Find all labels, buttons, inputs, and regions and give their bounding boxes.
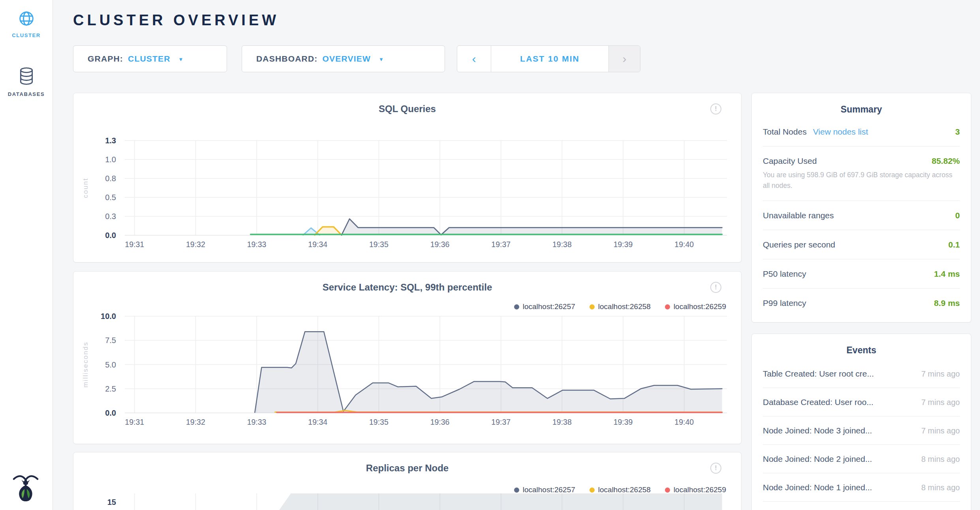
info-icon[interactable]: ! bbox=[710, 282, 721, 293]
x-axis-tick-label: 19:31 bbox=[125, 240, 144, 249]
legend-label: localhost:26259 bbox=[674, 302, 726, 311]
legend-dot-icon bbox=[514, 304, 519, 309]
event-time: 8 mins ago bbox=[921, 483, 960, 492]
chart-legend: localhost:26257localhost:26258localhost:… bbox=[514, 302, 726, 311]
y-axis-tick-label: 0.5 bbox=[105, 193, 116, 202]
dashboard-dropdown[interactable]: DASHBOARD: OVERVIEW ▼ bbox=[242, 45, 445, 72]
events-panel: Events Table Created: User root cre... 7… bbox=[751, 334, 971, 510]
y-axis-tick-label: 7.5 bbox=[105, 336, 116, 345]
summary-row-label: P50 latency bbox=[763, 269, 806, 279]
y-axis-tick-label: 1.0 bbox=[105, 155, 116, 164]
replicas-per-node-panel: 19:3119:3219:3319:3419:3519:3619:3719:38… bbox=[73, 452, 742, 510]
y-axis-unit-label: milliseconds bbox=[82, 341, 89, 388]
globe-icon bbox=[18, 21, 35, 28]
chart-legend: localhost:26257localhost:26258localhost:… bbox=[514, 486, 726, 494]
cluster-overview-page: { "colors": { "accent_blue": "#3aa8ef", … bbox=[0, 0, 980, 510]
event-time: 8 mins ago bbox=[921, 455, 960, 464]
y-axis-tick-label: 5.0 bbox=[105, 360, 116, 369]
info-icon[interactable]: ! bbox=[710, 463, 721, 474]
event-row[interactable]: Node Joined: Node 3 joined... 7 mins ago bbox=[763, 416, 960, 445]
sql-queries-panel: 19:3119:3219:3319:3419:3519:3619:3719:38… bbox=[73, 93, 742, 262]
summary-row-total-nodes: Total Nodes View nodes list 3 bbox=[763, 117, 960, 146]
summary-row-value: 3 bbox=[955, 127, 960, 137]
summary-row-value: 85.82% bbox=[932, 156, 960, 166]
legend-dot-icon bbox=[665, 304, 670, 309]
summary-panel: Summary Total Nodes View nodes list 3 Ca… bbox=[751, 93, 971, 322]
x-axis-tick-label: 19:36 bbox=[430, 240, 450, 249]
summary-title: Summary bbox=[752, 93, 971, 115]
x-axis-tick-label: 19:33 bbox=[247, 240, 267, 249]
legend-item[interactable]: localhost:26258 bbox=[590, 486, 651, 494]
view-nodes-list-link[interactable]: View nodes list bbox=[813, 127, 868, 137]
events-list: Table Created: User root cre... 7 mins a… bbox=[752, 356, 971, 502]
info-icon[interactable]: ! bbox=[710, 103, 721, 114]
x-axis-tick-label: 19:34 bbox=[308, 418, 327, 426]
legend-label: localhost:26257 bbox=[523, 486, 575, 494]
x-axis-tick-label: 19:38 bbox=[552, 418, 572, 426]
chart-canvas[interactable]: 19:3119:3219:3319:3419:3519:3619:3719:38… bbox=[73, 93, 742, 263]
legend-item[interactable]: localhost:26258 bbox=[590, 302, 651, 311]
sidebar: CLUSTER DATABASES bbox=[0, 0, 53, 510]
x-axis-tick-label: 19:33 bbox=[247, 418, 267, 426]
event-text: Node Joined: Node 2 joined... bbox=[763, 454, 872, 464]
x-axis-tick-label: 19:31 bbox=[125, 418, 144, 426]
summary-row-label: Unavailable ranges bbox=[763, 211, 834, 220]
service-latency-panel: 19:3119:3219:3319:3419:3519:3619:3719:38… bbox=[73, 271, 742, 444]
sidebar-item-databases[interactable]: DATABASES bbox=[0, 67, 53, 97]
event-row[interactable]: Database Created: User roo... 7 mins ago bbox=[763, 388, 960, 416]
legend-item[interactable]: localhost:26257 bbox=[514, 302, 575, 311]
x-axis-tick-label: 19:39 bbox=[614, 240, 633, 249]
x-axis-tick-label: 19:40 bbox=[674, 240, 694, 249]
x-axis-tick-label: 19:32 bbox=[186, 418, 205, 426]
time-range-prev-button[interactable]: ‹ bbox=[457, 46, 491, 72]
summary-row-label: Queries per second bbox=[763, 240, 835, 249]
cockroachdb-logo[interactable] bbox=[12, 472, 39, 504]
dashboard-dropdown-label: DASHBOARD: bbox=[256, 54, 318, 64]
legend-dot-icon bbox=[665, 488, 670, 493]
legend-dot-icon bbox=[590, 488, 595, 493]
page-title: CLUSTER OVERVIEW bbox=[73, 12, 279, 29]
event-text: Table Created: User root cre... bbox=[763, 369, 874, 379]
y-axis-tick-label: 15 bbox=[107, 498, 116, 506]
time-range-next-button[interactable]: › bbox=[608, 46, 640, 72]
series-area bbox=[255, 332, 722, 413]
summary-row-value: 0 bbox=[955, 211, 960, 220]
event-text: Database Created: User roo... bbox=[763, 398, 873, 407]
summary-row-value: 1.4 ms bbox=[934, 269, 960, 279]
summary-row-label: P99 latency bbox=[763, 298, 806, 308]
time-range-selector: ‹ LAST 10 MIN › bbox=[457, 45, 640, 72]
graph-dropdown[interactable]: GRAPH: CLUSTER ▼ bbox=[73, 45, 227, 72]
x-axis-tick-label: 19:35 bbox=[369, 240, 389, 249]
time-range-value[interactable]: LAST 10 MIN bbox=[491, 46, 608, 72]
summary-rows: Total Nodes View nodes list 3 Capacity U… bbox=[752, 115, 971, 317]
event-row[interactable]: Node Joined: Node 1 joined... 8 mins ago bbox=[763, 473, 960, 502]
event-time: 7 mins ago bbox=[921, 398, 960, 407]
sidebar-item-cluster[interactable]: CLUSTER bbox=[0, 10, 53, 38]
y-axis-tick-label: 0.0 bbox=[105, 231, 116, 240]
summary-row-queries-per-second: Queries per second 0.1 bbox=[763, 230, 960, 259]
legend-label: localhost:26259 bbox=[674, 486, 726, 494]
database-icon bbox=[18, 80, 35, 87]
chart-canvas[interactable]: 19:3119:3219:3319:3419:3519:3619:3719:38… bbox=[73, 272, 742, 444]
y-axis-tick-label: 1.3 bbox=[105, 136, 116, 145]
event-row[interactable]: Table Created: User root cre... 7 mins a… bbox=[763, 360, 960, 388]
x-axis-tick-label: 19:32 bbox=[186, 240, 205, 249]
y-axis-unit-label: count bbox=[82, 178, 89, 198]
legend-label: localhost:26257 bbox=[523, 302, 575, 311]
legend-item[interactable]: localhost:26259 bbox=[665, 486, 726, 494]
summary-row-p99-latency: P99 latency 8.9 ms bbox=[763, 289, 960, 317]
event-row[interactable]: Node Joined: Node 2 joined... 8 mins ago bbox=[763, 445, 960, 473]
graph-dropdown-label: GRAPH: bbox=[88, 54, 123, 64]
legend-label: localhost:26258 bbox=[598, 302, 651, 311]
dashboard-dropdown-value: OVERVIEW bbox=[323, 54, 371, 64]
event-text: Node Joined: Node 1 joined... bbox=[763, 483, 872, 492]
x-axis-tick-label: 19:34 bbox=[308, 240, 327, 249]
legend-dot-icon bbox=[514, 488, 519, 493]
legend-label: localhost:26258 bbox=[598, 486, 651, 494]
summary-row-subtext: You are using 598.9 GiB of 697.9 GiB sto… bbox=[763, 170, 960, 191]
chart-canvas[interactable]: 19:3119:3219:3319:3419:3519:3619:3719:38… bbox=[73, 452, 742, 510]
legend-item[interactable]: localhost:26259 bbox=[665, 302, 726, 311]
series-area bbox=[279, 493, 722, 510]
legend-item[interactable]: localhost:26257 bbox=[514, 486, 575, 494]
summary-row-p50-latency: P50 latency 1.4 ms bbox=[763, 259, 960, 289]
